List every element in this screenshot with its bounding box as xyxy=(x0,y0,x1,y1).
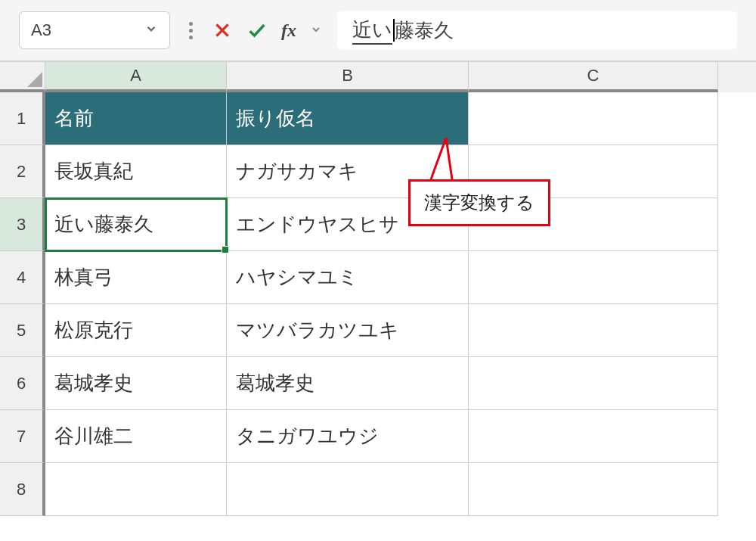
table-row: 8 xyxy=(0,463,756,516)
cell[interactable]: ハヤシマユミ xyxy=(227,251,469,304)
cell[interactable]: 名前 xyxy=(45,92,227,145)
svg-line-2 xyxy=(431,138,446,179)
cell[interactable] xyxy=(469,410,718,463)
table-row: 7 谷川雄二 タニガワユウジ xyxy=(0,410,756,463)
name-box[interactable]: A3 xyxy=(19,11,170,49)
svg-line-3 xyxy=(446,138,452,179)
column-header-a[interactable]: A xyxy=(45,62,227,92)
row-header[interactable]: 2 xyxy=(0,145,45,198)
name-box-value: A3 xyxy=(31,20,51,40)
ime-composition: 近い xyxy=(352,17,392,45)
spreadsheet: A B C 1 名前 振り仮名 2 長坂真紀 ナガサカマキ 3 近い藤泰久 エン… xyxy=(0,62,756,516)
row-header[interactable]: 7 xyxy=(0,410,45,463)
column-header-c[interactable]: C xyxy=(469,62,718,92)
cell[interactable] xyxy=(469,463,718,516)
row-header[interactable]: 3 xyxy=(0,198,45,251)
column-header-b[interactable]: B xyxy=(227,62,469,92)
select-all-corner[interactable] xyxy=(0,62,45,92)
cell[interactable]: 谷川雄二 xyxy=(45,410,227,463)
row-header[interactable]: 8 xyxy=(0,463,45,516)
chevron-down-icon[interactable] xyxy=(144,20,158,40)
chevron-down-icon[interactable] xyxy=(310,22,322,39)
table-row: 4 林真弓 ハヤシマユミ xyxy=(0,251,756,304)
confirm-button[interactable] xyxy=(246,20,268,41)
cell[interactable]: 長坂真紀 xyxy=(45,145,227,198)
cell[interactable] xyxy=(469,304,718,357)
fx-label[interactable]: fx xyxy=(281,20,296,41)
formula-rest: 藤泰久 xyxy=(395,17,454,44)
column-headers: A B C xyxy=(0,62,756,92)
annotation-callout: 漢字変換する xyxy=(408,179,550,226)
formula-buttons: fx xyxy=(212,20,322,41)
cell[interactable] xyxy=(469,92,718,145)
table-row: 3 近い藤泰久 エンドウヤスヒサ xyxy=(0,198,756,251)
formula-input[interactable]: 近い藤泰久 xyxy=(337,11,737,49)
grip-icon xyxy=(185,22,197,39)
callout-arrow-icon xyxy=(423,138,454,183)
row-header[interactable]: 1 xyxy=(0,92,45,145)
cell[interactable]: 松原克行 xyxy=(45,304,227,357)
cell[interactable] xyxy=(45,463,227,516)
table-row: 6 葛城孝史 葛城孝史 xyxy=(0,357,756,410)
cell[interactable]: 葛城孝史 xyxy=(227,357,469,410)
cell[interactable]: マツバラカツユキ xyxy=(227,304,469,357)
callout-text: 漢字変換する xyxy=(408,179,550,226)
table-row: 1 名前 振り仮名 xyxy=(0,92,756,145)
cell[interactable]: 葛城孝史 xyxy=(45,357,227,410)
row-header[interactable]: 4 xyxy=(0,251,45,304)
row-header[interactable]: 6 xyxy=(0,357,45,410)
formula-bar: A3 fx 近い藤泰久 xyxy=(0,0,756,62)
cell[interactable] xyxy=(469,357,718,410)
cell-selected[interactable]: 近い藤泰久 xyxy=(45,198,227,251)
cell[interactable] xyxy=(469,251,718,304)
table-row: 2 長坂真紀 ナガサカマキ xyxy=(0,145,756,198)
cell[interactable]: 林真弓 xyxy=(45,251,227,304)
cell[interactable]: タニガワユウジ xyxy=(227,410,469,463)
cell[interactable] xyxy=(227,463,469,516)
cancel-button[interactable] xyxy=(212,20,233,41)
table-row: 5 松原克行 マツバラカツユキ xyxy=(0,304,756,357)
row-header[interactable]: 5 xyxy=(0,304,45,357)
